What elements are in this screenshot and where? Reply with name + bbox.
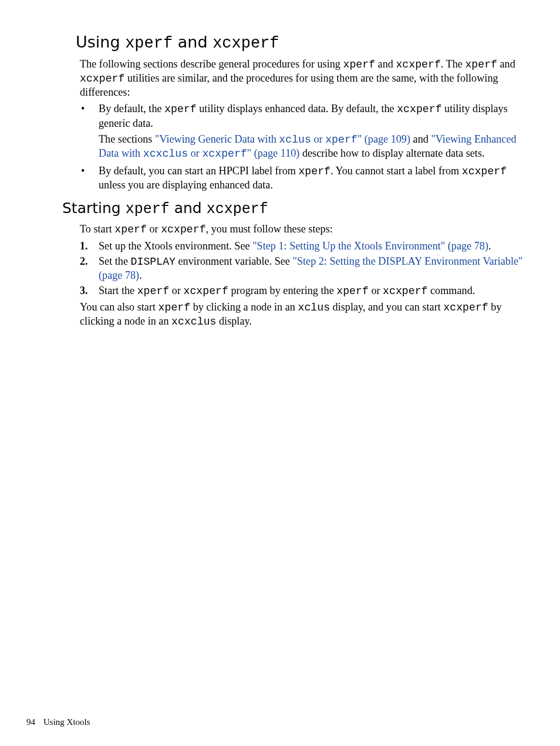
- text: and: [410, 133, 431, 145]
- inline-code: xperf: [114, 224, 147, 235]
- steps-list: Set up the Xtools environment. See "Step…: [80, 239, 524, 299]
- inline-code: xclus: [279, 134, 311, 146]
- inline-code: xcxperf: [202, 148, 247, 160]
- link-text: " (page 109): [357, 133, 410, 145]
- heading-code: xcxperf: [207, 201, 268, 218]
- text: or: [169, 285, 183, 296]
- text: or: [147, 223, 161, 235]
- page: Using xperf and xcxperf The following se…: [0, 0, 560, 746]
- heading-text: and: [170, 200, 207, 217]
- text: The following sections describe general …: [80, 58, 343, 70]
- text: By default, the: [99, 103, 164, 114]
- inline-code: xcxperf: [397, 103, 441, 115]
- text: . You cannot start a label from: [330, 165, 462, 177]
- text: display, and you can start: [330, 301, 443, 313]
- step-item: Set the DISPLAY environment variable. Se…: [80, 255, 524, 283]
- inline-code: xperf: [137, 285, 170, 297]
- text: display.: [216, 315, 251, 327]
- inline-code: xperf: [465, 59, 497, 70]
- text: Start the: [99, 285, 137, 296]
- inline-code: xperf: [158, 302, 191, 313]
- inline-code: xcxperf: [383, 285, 427, 297]
- text: utilities are similar, and the procedure…: [80, 72, 498, 98]
- inline-code: xperf: [164, 103, 197, 115]
- section-heading-starting: Starting xperf and xcxperf: [62, 199, 524, 219]
- text: program by entering the: [228, 285, 336, 296]
- footer-title: Using Xtools: [43, 717, 90, 727]
- text: utility displays enhanced data. By defau…: [197, 103, 397, 114]
- difference-list: By default, the xperf utility displays e…: [80, 102, 524, 192]
- inline-code: xclus: [298, 302, 330, 313]
- step-item: Set up the Xtools environment. See "Step…: [80, 239, 524, 253]
- outro-paragraph: You can also start xperf by clicking a n…: [80, 301, 524, 329]
- text: command.: [428, 285, 475, 296]
- inline-code: xperf: [325, 134, 357, 146]
- link-text: or: [188, 147, 202, 159]
- inline-code: DISPLAY: [131, 256, 176, 268]
- text: To start: [80, 223, 114, 235]
- inline-code: xcxperf: [80, 73, 124, 85]
- text: and: [375, 58, 396, 70]
- inline-code: xcxclus: [171, 316, 216, 328]
- intro-paragraph: The following sections describe general …: [80, 58, 524, 100]
- text: describe how to display alternate data s…: [299, 147, 484, 159]
- text: environment variable. See: [176, 255, 293, 267]
- text: or: [369, 285, 383, 296]
- cross-reference-link[interactable]: "Viewing Generic Data with xclus or xper…: [155, 133, 410, 145]
- inline-code: xcxperf: [161, 224, 205, 235]
- cross-reference-link[interactable]: "Step 1: Setting Up the Xtools Environme…: [252, 240, 488, 252]
- text: You can also start: [80, 301, 158, 313]
- text: The sections: [99, 133, 155, 145]
- text: Set up the Xtools environment. See: [99, 240, 252, 252]
- list-item: By default, you can start an HPCPI label…: [80, 164, 524, 193]
- inline-code: xperf: [298, 166, 330, 177]
- text: and: [497, 58, 515, 70]
- text: .: [488, 240, 491, 252]
- list-item-para: By default, the xperf utility displays e…: [99, 102, 524, 130]
- heading-code: xperf: [126, 201, 170, 218]
- inline-code: xcxperf: [396, 59, 440, 70]
- text: By default, you can start an HPCPI label…: [99, 165, 298, 177]
- link-text: "Viewing Generic Data with: [155, 133, 279, 145]
- step-item: Start the xperf or xcxperf program by en…: [80, 284, 524, 298]
- text: Set the: [99, 255, 131, 267]
- inline-code: xcxperf: [184, 285, 228, 297]
- starting-intro-paragraph: To start xperf or xcxperf, you must foll…: [80, 222, 524, 237]
- page-footer: 94Using Xtools: [26, 717, 90, 727]
- link-text: " (page 110): [247, 147, 300, 159]
- text: .: [139, 269, 142, 281]
- list-item-subpara: The sections "Viewing Generic Data with …: [99, 133, 524, 161]
- inline-code: xcxperf: [443, 302, 488, 313]
- heading-text: and: [173, 33, 212, 51]
- inline-code: xcxperf: [462, 166, 507, 177]
- section-heading-using: Using xperf and xcxperf: [76, 32, 524, 54]
- heading-text: Using: [76, 33, 125, 51]
- content-block: Using xperf and xcxperf The following se…: [80, 32, 524, 329]
- heading-code: xperf: [125, 35, 173, 52]
- inline-code: xcxclus: [143, 148, 188, 160]
- inline-code: xperf: [336, 285, 369, 297]
- text: , you must follow these steps:: [206, 223, 333, 235]
- page-number: 94: [26, 717, 35, 727]
- list-item: By default, the xperf utility displays e…: [80, 102, 524, 161]
- inline-code: xperf: [343, 59, 375, 70]
- text: . The: [441, 58, 465, 70]
- heading-text: Starting: [62, 200, 126, 217]
- text: unless you are displaying enhanced data.: [99, 179, 273, 191]
- text: by clicking a node in an: [190, 301, 298, 313]
- list-item-para: By default, you can start an HPCPI label…: [99, 164, 524, 193]
- heading-code: xcxperf: [212, 35, 279, 52]
- link-text: or: [311, 133, 325, 145]
